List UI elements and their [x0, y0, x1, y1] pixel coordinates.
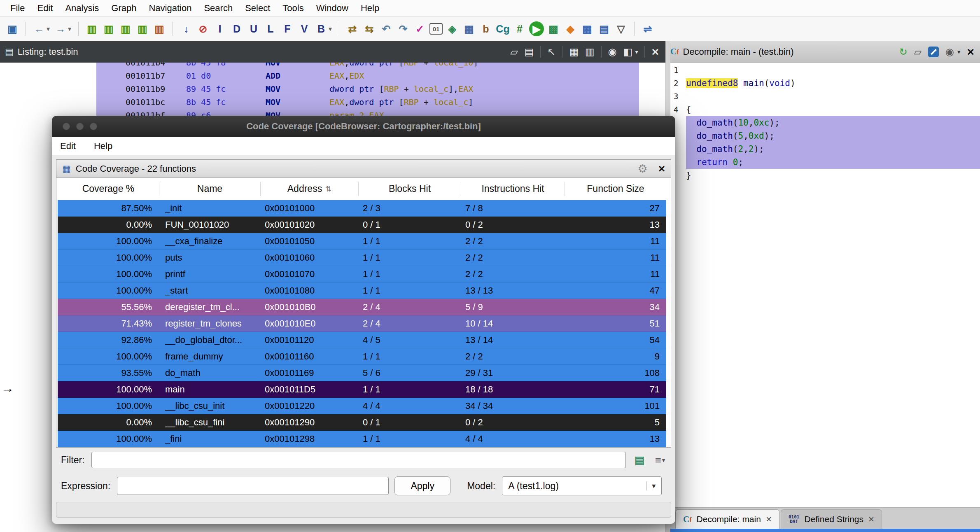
menu-item-navigation[interactable]: Navigation	[142, 0, 198, 16]
table-icon[interactable]: ▦	[462, 21, 476, 36]
filter-options-icon[interactable]: ≡▾	[651, 452, 669, 468]
forward-arrow-icon[interactable]: →	[53, 21, 68, 36]
decompile-line[interactable]: 1	[670, 63, 980, 77]
bit-pattern-icon[interactable]: 01	[429, 23, 443, 35]
marker-f-icon[interactable]: F	[280, 21, 295, 36]
bytes-viewer-icon[interactable]: b	[478, 21, 493, 36]
validate-icon[interactable]: ✓	[413, 21, 427, 36]
marker-u-icon[interactable]: U	[246, 21, 261, 36]
nav-block-3-icon[interactable]: ▥	[118, 21, 133, 36]
menu-item-select[interactable]: Select	[239, 0, 276, 16]
decompile-line[interactable]: 4{	[670, 103, 980, 116]
data-table-icon[interactable]: ▦	[580, 21, 595, 36]
menu-item-graph[interactable]: Graph	[105, 0, 142, 16]
filter-settings-icon[interactable]: ▤	[631, 452, 648, 468]
coverage-row[interactable]: 0.00%FUN_001010200x001010200 / 10 / 213	[58, 217, 666, 233]
zoom-window-button[interactable]	[90, 123, 97, 130]
coverage-row[interactable]: 100.00%__libc_csu_init0x001012204 / 434 …	[58, 398, 666, 414]
menu-item-analysis[interactable]: Analysis	[59, 0, 105, 16]
down-arrow-icon[interactable]: ↓	[179, 21, 194, 36]
diamond-icon[interactable]: ◆	[563, 21, 578, 36]
panel-close-icon[interactable]: ×	[658, 162, 665, 175]
call-graph-icon[interactable]: Cg	[495, 21, 510, 36]
decompile-line[interactable]: 3	[670, 90, 980, 103]
column-header-name[interactable]: Name	[159, 182, 261, 196]
coverage-row[interactable]: 93.55%do_math0x001011695 / 629 / 31108	[58, 365, 666, 381]
save-icon[interactable]: ▣	[5, 21, 20, 36]
close-icon[interactable]: ×	[967, 45, 974, 59]
sync-icon[interactable]: ⇌	[640, 21, 655, 36]
back-arrow-icon[interactable]: ←	[32, 21, 47, 36]
tab-close-icon[interactable]: ×	[868, 513, 874, 525]
coverage-row[interactable]: 100.00%_fini0x001012981 / 14 / 413	[58, 431, 666, 447]
dialog-menu-item-edit[interactable]: Edit	[60, 141, 76, 152]
camera-icon[interactable]: ◉	[945, 46, 954, 58]
close-icon[interactable]: ×	[651, 45, 659, 59]
tab-defined-strings[interactable]: 0101DATDefined Strings×	[781, 509, 882, 529]
marker-dropdown-icon[interactable]: ▾	[327, 21, 333, 36]
column-header-blocks-hit[interactable]: Blocks Hit	[359, 182, 461, 196]
function-graph-icon[interactable]: #	[512, 21, 527, 36]
asm-row[interactable]: 001011bc8b 45 fcMOVEAX,dword ptr [RBP + …	[96, 96, 639, 109]
model-select[interactable]: A (test1.log) ▾	[502, 476, 662, 495]
nav-block-5-icon[interactable]: ▥	[152, 21, 167, 36]
nav-block-4-icon[interactable]: ▥	[135, 21, 150, 36]
back-dropdown-icon[interactable]: ▾	[45, 21, 51, 36]
menu-item-file[interactable]: File	[4, 0, 31, 16]
apply-button[interactable]: Apply	[394, 476, 450, 495]
coverage-row[interactable]: 100.00%__cxa_finalize0x001010501 / 12 / …	[58, 233, 666, 250]
camera-icon[interactable]: ◉	[608, 46, 617, 58]
panel-select-icon[interactable]: ◧	[623, 46, 633, 58]
undo-icon[interactable]: ↶	[379, 21, 394, 36]
play-icon[interactable]: ▶	[529, 21, 544, 36]
decompile-line[interactable]: }	[670, 169, 980, 182]
decompile-line[interactable]: do_math(5,0xd);	[670, 129, 980, 142]
asm-row[interactable]: 001011b701 d0ADDEAX,EDX	[96, 69, 639, 82]
filter-columns-icon[interactable]: ▽	[614, 21, 628, 36]
gear-icon[interactable]: ⚙	[637, 162, 647, 175]
marker-i-icon[interactable]: I	[212, 21, 227, 36]
column-header-address[interactable]: Address⇅	[261, 182, 359, 196]
expression-input[interactable]	[117, 477, 389, 495]
marker-b-icon[interactable]: B	[314, 21, 329, 36]
diff-icon[interactable]: ▥	[585, 46, 595, 58]
coverage-row[interactable]: 92.86%__do_global_dtor...0x001011204 / 5…	[58, 332, 666, 348]
nav-block-1-icon[interactable]: ▥	[84, 21, 99, 36]
decompile-body[interactable]: 12undefined8 main(void)34{ do_math(10,0x…	[670, 63, 980, 507]
refresh-icon[interactable]: ↻	[899, 46, 907, 58]
menu-item-tools[interactable]: Tools	[276, 0, 310, 16]
asm-row[interactable]: 001011b989 45 fcMOVdword ptr [RBP + loca…	[96, 82, 639, 96]
menu-item-edit[interactable]: Edit	[31, 0, 59, 16]
tab-decompile-main[interactable]: CfDecompile: main×	[675, 509, 779, 529]
menu-item-window[interactable]: Window	[310, 0, 355, 16]
column-header-function-size[interactable]: Function Size	[565, 182, 666, 196]
column-header-instructions-hit[interactable]: Instructions Hit	[461, 182, 565, 196]
marker-v-icon[interactable]: V	[297, 21, 312, 36]
coverage-row[interactable]: 71.43%register_tm_clones0x001010E02 / 41…	[58, 315, 666, 332]
coverage-row[interactable]: 0.00%__libc_csu_fini0x001012900 / 10 / 2…	[58, 414, 666, 431]
decompile-line[interactable]: return 0;	[670, 156, 980, 169]
tab-close-icon[interactable]: ×	[766, 513, 772, 525]
dialog-titlebar[interactable]: Code Coverage [CodeBrowser: Cartographer…	[52, 116, 675, 137]
marker-l-icon[interactable]: L	[263, 21, 278, 36]
memory-map-icon[interactable]: ▩	[546, 21, 561, 36]
asm-row[interactable]: 001011b48b 45 f8MOVEAX,dword ptr [RBP + …	[96, 63, 639, 69]
paste-icon[interactable]: ▤	[525, 46, 534, 58]
coverage-row[interactable]: 100.00%main0x001011D51 / 118 / 1871	[58, 381, 666, 398]
copy-icon[interactable]: ▱	[914, 46, 922, 58]
dropdown-icon[interactable]: ▾	[957, 48, 961, 56]
disable-icon[interactable]: ⊘	[196, 21, 210, 36]
coverage-row[interactable]: 100.00%puts0x001010601 / 12 / 211	[58, 250, 666, 266]
search-tools-icon[interactable]: ⇄	[345, 21, 360, 36]
filter-input[interactable]	[91, 452, 626, 468]
coverage-row[interactable]: 100.00%frame_dummy0x001011601 / 12 / 29	[58, 348, 666, 365]
decompile-line[interactable]: do_math(2,2);	[670, 142, 980, 156]
decompile-line[interactable]: do_math(10,0xc);	[670, 116, 980, 129]
snapshot-icon[interactable]: ▦	[569, 46, 579, 58]
data-type-icon[interactable]: ◈	[445, 21, 460, 36]
column-header-coverage-[interactable]: Coverage %	[58, 182, 159, 196]
cursor-icon[interactable]: ↖	[547, 46, 555, 58]
marker-d-icon[interactable]: D	[229, 21, 244, 36]
minimize-window-button[interactable]	[76, 123, 84, 130]
coverage-row[interactable]: 100.00%_start0x001010801 / 113 / 1347	[58, 282, 666, 299]
